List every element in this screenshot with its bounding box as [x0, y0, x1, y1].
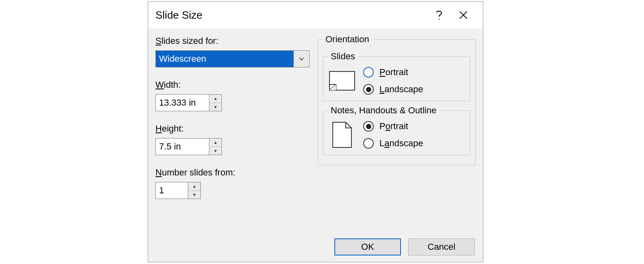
slides-legend: Slides	[328, 51, 358, 62]
radio-selected-icon	[363, 84, 374, 95]
height-spinner[interactable]: 7.5 in ▲ ▼	[155, 138, 222, 155]
slide-size-dialog: Slide Size Slides sized for: Widescreen	[148, 1, 483, 262]
help-button[interactable]	[427, 3, 451, 27]
slides-portrait-label: Portrait	[379, 67, 408, 78]
svg-point-0	[439, 19, 440, 20]
height-spin-down[interactable]: ▼	[209, 147, 222, 155]
close-icon	[459, 11, 468, 19]
width-spinner[interactable]: 13.333 in ▲ ▼	[155, 94, 222, 111]
slides-portrait-radio[interactable]: Portrait	[363, 67, 423, 78]
slides-sized-for-label: Slides sized for:	[155, 36, 310, 46]
width-spin-down[interactable]: ▼	[209, 103, 222, 111]
number-from-spin-buttons: ▲ ▼	[188, 182, 200, 199]
slides-radios: Portrait Landscape	[363, 67, 423, 95]
orientation-group: Orientation Slides	[318, 34, 476, 165]
help-icon	[435, 9, 443, 21]
slide-landscape-icon	[328, 67, 356, 95]
width-spin-up[interactable]: ▲	[209, 95, 222, 103]
notes-radios: Portrait Landscape	[363, 121, 423, 149]
number-from-value: 1	[156, 182, 188, 199]
notes-orientation-group: Notes, Handouts & Outline Portrait	[323, 105, 470, 155]
slides-orientation-row: Portrait Landscape	[328, 67, 465, 95]
notes-portrait-label: Portrait	[379, 121, 408, 132]
number-slides-from-label: Number slides from:	[155, 167, 310, 178]
title-bar: Slide Size	[148, 2, 483, 28]
height-label: Height:	[155, 123, 310, 134]
combo-drop-button[interactable]	[293, 51, 309, 67]
number-from-spin-down[interactable]: ▼	[188, 191, 200, 199]
number-from-spin-up[interactable]: ▲	[188, 182, 200, 191]
slides-landscape-radio[interactable]: Landscape	[363, 84, 423, 95]
svg-marker-6	[333, 122, 351, 147]
orientation-legend: Orientation	[323, 34, 372, 45]
slides-sized-for-value: Widescreen	[156, 51, 293, 67]
slides-sized-for-combo[interactable]: Widescreen	[155, 50, 310, 67]
left-column: Slides sized for: Widescreen Width: 13.3…	[155, 34, 310, 199]
radio-selected-icon	[363, 121, 374, 132]
slides-orientation-group: Slides	[323, 51, 470, 101]
radio-unselected-icon	[363, 138, 374, 149]
chevron-down-icon	[299, 57, 304, 61]
number-from-spinner[interactable]: 1 ▲ ▼	[155, 182, 201, 199]
height-spin-up[interactable]: ▲	[209, 138, 222, 147]
page-portrait-icon	[328, 121, 356, 149]
notes-orientation-row: Portrait Landscape	[328, 121, 465, 149]
notes-landscape-label: Landscape	[379, 138, 423, 149]
notes-legend: Notes, Handouts & Outline	[328, 105, 439, 116]
dialog-footer: OK Cancel	[334, 238, 475, 255]
right-column: Orientation Slides	[318, 34, 476, 199]
width-label: Width:	[155, 80, 310, 90]
width-value: 13.333 in	[156, 95, 209, 111]
close-button[interactable]	[451, 3, 476, 27]
height-spin-buttons: ▲ ▼	[209, 138, 222, 155]
cancel-button[interactable]: Cancel	[408, 238, 475, 255]
radio-unselected-icon	[363, 67, 374, 78]
width-spin-buttons: ▲ ▼	[209, 95, 222, 111]
slides-landscape-label: Landscape	[379, 84, 423, 95]
height-value: 7.5 in	[156, 138, 209, 155]
notes-portrait-radio[interactable]: Portrait	[363, 121, 423, 132]
ok-button[interactable]: OK	[334, 238, 401, 255]
dialog-title: Slide Size	[155, 9, 427, 22]
notes-landscape-radio[interactable]: Landscape	[363, 138, 423, 149]
dialog-body: Slides sized for: Widescreen Width: 13.3…	[148, 28, 483, 199]
